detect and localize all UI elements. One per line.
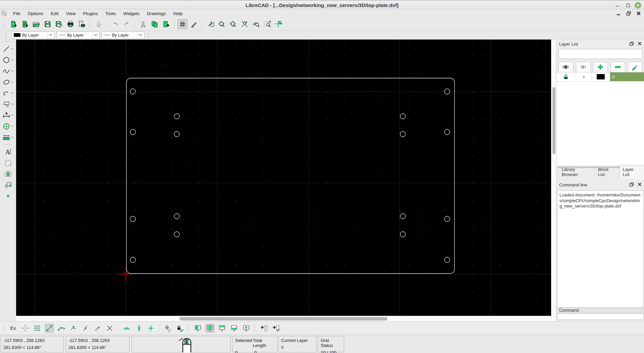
auto-zoom-button[interactable] [239, 19, 250, 29]
toolbar-grip[interactable] [3, 325, 5, 332]
dock-top-toggle-button[interactable] [218, 324, 226, 333]
line-width-select[interactable]: By Layer [57, 32, 100, 39]
snap-on-entity-button[interactable] [57, 324, 66, 333]
window-minimize-button[interactable] [613, 2, 622, 9]
snap-distance-button[interactable] [93, 324, 102, 333]
dock-floating-toggle-button[interactable] [242, 324, 251, 333]
layer-search-input[interactable] [558, 49, 642, 59]
remove-layer-button[interactable] [610, 62, 625, 72]
menu-tools[interactable]: Tools [102, 10, 120, 17]
layer-name-cell[interactable]: 0 [610, 72, 644, 81]
toolbar-grip[interactable] [89, 20, 92, 28]
grid-toggle-button[interactable] [177, 19, 187, 29]
cut-button[interactable] [138, 19, 148, 29]
window-maximize-button[interactable] [624, 2, 633, 9]
dock-right-toggle-button[interactable] [206, 324, 214, 333]
exclusive-snap-button[interactable]: Ex [9, 324, 17, 333]
horizontal-scrollbar-handle[interactable] [179, 317, 387, 320]
menu-widgets[interactable]: Widgets [119, 10, 143, 17]
zoom-in-button[interactable] [217, 19, 227, 29]
mdi-minimize-button[interactable] [614, 10, 623, 16]
new-document-button[interactable] [8, 19, 18, 29]
toolbar-grip[interactable] [254, 325, 256, 332]
layer-visibility-cell[interactable] [556, 72, 576, 81]
circle-tool-button[interactable] [0, 55, 16, 65]
panel-float-button[interactable] [629, 182, 635, 187]
ellipse-tool-button[interactable] [0, 77, 16, 87]
tab-layer-list[interactable]: Layer List [620, 165, 644, 179]
dock-bottom-toggle-button[interactable] [230, 324, 238, 333]
select-tool-button[interactable] [0, 99, 16, 109]
undo-button[interactable] [110, 19, 120, 29]
drawing-canvas[interactable] [16, 40, 551, 316]
menu-file[interactable]: File [9, 10, 24, 17]
modify-layer-button[interactable] [628, 62, 642, 72]
snap-free-button[interactable] [21, 324, 30, 333]
zoom-window-button[interactable] [262, 19, 272, 29]
line-type-select[interactable]: By Layer [102, 32, 145, 39]
menu-plugins[interactable]: Plugins [79, 10, 102, 17]
point-tool-button[interactable] [0, 191, 16, 201]
redo-button[interactable] [122, 19, 132, 29]
panel-float-button[interactable] [629, 41, 635, 46]
mdi-restore-button[interactable] [625, 10, 633, 16]
new-from-template-button[interactable] [20, 19, 30, 29]
save-button[interactable] [43, 19, 53, 29]
snap-endpoint-button[interactable] [45, 324, 54, 333]
lock-relative-zero-button[interactable] [176, 324, 184, 333]
image-tool-button[interactable] [0, 169, 16, 179]
paste-button[interactable] [161, 19, 171, 29]
open-file-button[interactable] [31, 19, 41, 29]
add-layer-button[interactable] [593, 62, 608, 72]
dock-left-toggle-button[interactable] [194, 324, 202, 333]
zoom-out-button[interactable] [228, 19, 238, 29]
restrict-horizontal-button[interactable] [122, 324, 131, 333]
modify-tool-button[interactable] [0, 121, 16, 131]
arc-tool-button[interactable] [0, 88, 16, 98]
pointer-button[interactable] [94, 19, 104, 29]
toolbar-edit-button[interactable] [272, 324, 280, 333]
toolbar-add-button[interactable] [260, 324, 268, 333]
block-tool-button[interactable] [0, 180, 16, 190]
snap-grid-button[interactable] [33, 324, 42, 333]
spline-tool-button[interactable] [0, 66, 16, 76]
text-tool-button[interactable]: A [0, 147, 16, 157]
menu-edit[interactable]: Edit [47, 10, 62, 17]
command-output[interactable]: Loaded document: /home/mike/Documents/si… [557, 190, 644, 308]
toolbar-grip[interactable] [6, 32, 8, 39]
layer-construction-cell[interactable]: # [576, 72, 592, 81]
canvas-vertical-scrollbar[interactable] [551, 40, 556, 321]
snap-middle-button[interactable] [81, 324, 90, 333]
hatch-tool-button[interactable] [0, 158, 16, 168]
toolbar-grip[interactable] [148, 32, 151, 39]
tab-block-list[interactable]: Block List [595, 165, 620, 179]
toolbar-grip[interactable] [5, 144, 11, 146]
menu-options[interactable]: Options [24, 10, 47, 17]
print-button[interactable] [65, 19, 75, 29]
panel-close-button[interactable] [637, 41, 643, 46]
previous-view-button[interactable] [251, 19, 261, 29]
canvas-horizontal-scrollbar[interactable] [16, 316, 551, 321]
color-select[interactable]: By Layer [12, 32, 55, 39]
menu-drawings[interactable]: Drawings [143, 10, 169, 17]
menu-help[interactable]: Help [169, 10, 186, 17]
zoom-pan-button[interactable] [274, 19, 284, 29]
save-as-button[interactable] [54, 19, 64, 29]
show-all-layers-button[interactable] [558, 62, 573, 72]
layer-color-cell[interactable] [592, 72, 610, 81]
copy-button[interactable] [150, 19, 160, 29]
snap-center-button[interactable] [69, 324, 78, 333]
tab-library-browser[interactable]: Library Browser [558, 165, 595, 179]
vertical-scrollbar-handle[interactable] [552, 87, 555, 154]
restrict-orthogonal-button[interactable] [147, 324, 155, 333]
mdi-close-button[interactable] [635, 10, 643, 16]
restrict-vertical-button[interactable] [135, 324, 143, 333]
window-close-button[interactable]: × [635, 2, 641, 9]
snap-intersection-button[interactable] [105, 324, 114, 333]
measure-tool-button[interactable] [0, 132, 16, 142]
toolbar-grip[interactable] [5, 41, 11, 43]
set-relative-zero-button[interactable] [164, 324, 172, 333]
draft-mode-button[interactable] [189, 19, 199, 29]
dimension-tool-button[interactable]: A [0, 110, 16, 120]
hide-all-layers-button[interactable] [576, 62, 591, 72]
